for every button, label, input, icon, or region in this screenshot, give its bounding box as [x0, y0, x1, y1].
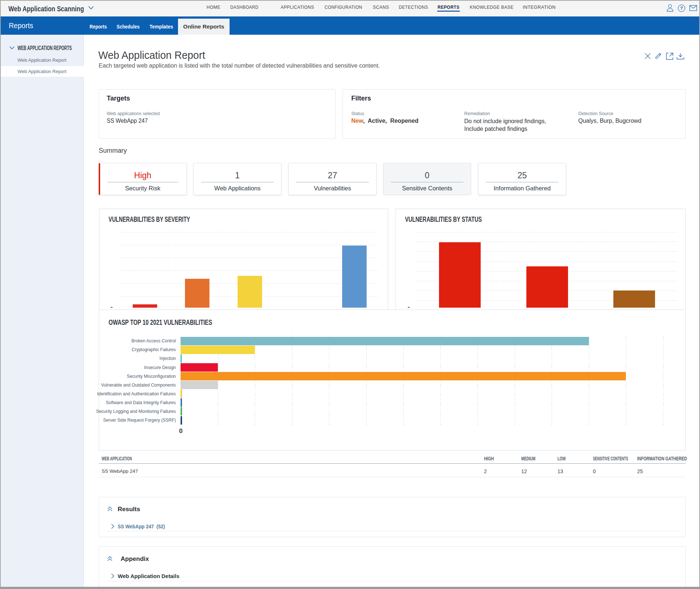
svg-text:?: ? [680, 5, 683, 11]
